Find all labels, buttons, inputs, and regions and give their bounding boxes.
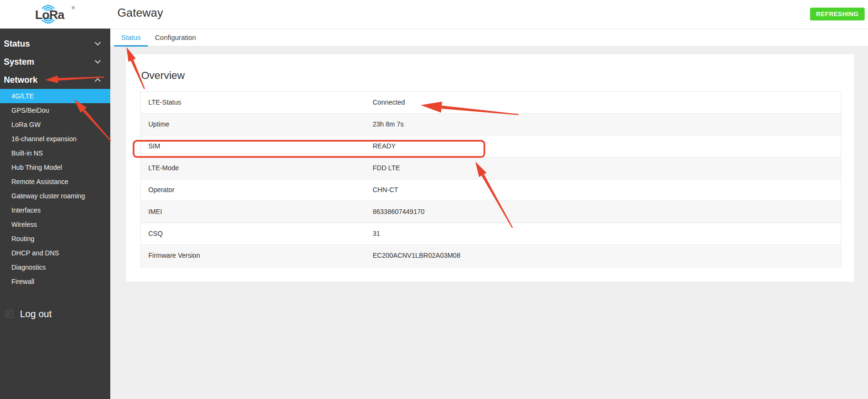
table-row-firmware-version: Firmware VersionEC200ACNV1LBR02A03M08 <box>141 245 841 267</box>
sidebar-section-system[interactable]: System <box>0 53 110 71</box>
sidebar-item-routing[interactable]: Routing <box>0 232 110 246</box>
sidebar-network-items: 4G/LTEGPS/BeiDouLoRa GW16-channel expans… <box>0 89 110 289</box>
tab-status[interactable]: Status <box>114 29 148 47</box>
table-row-csq: CSQ31 <box>141 223 841 245</box>
row-value: CHN-CT <box>373 179 841 201</box>
sidebar-item-16-channel-expansion[interactable]: 16-channel expansion <box>0 132 110 146</box>
table-row-uptime: Uptime23h 8m 7s <box>141 114 841 136</box>
tab-bar: StatusConfiguration <box>110 29 868 47</box>
table-row-lte-status: LTE-StatusConnected <box>141 92 841 114</box>
row-label: IMEI <box>141 201 373 223</box>
sidebar-item-hub-thing-model[interactable]: Hub Thing Model <box>0 160 110 175</box>
row-value: 23h 8m 7s <box>373 114 841 135</box>
chevron-down-icon <box>95 39 101 46</box>
row-label: SIM <box>141 136 373 157</box>
sidebar-item-interfaces[interactable]: Interfaces <box>0 203 110 217</box>
sidebar-section-label: Network <box>4 75 38 85</box>
chevron-up-icon <box>95 78 101 84</box>
table-row-sim: SIMREADY <box>141 136 841 157</box>
row-label: Operator <box>141 179 373 201</box>
sidebar-item-gateway-cluster-roaming[interactable]: Gateway cluster roaming <box>0 189 110 203</box>
sidebar-item-dhcp-and-dns[interactable]: DHCP and DNS <box>0 246 110 260</box>
lora-logo: LoRa ® <box>31 2 77 26</box>
registered-mark: ® <box>71 5 75 10</box>
logout-button[interactable]: Log out <box>4 307 52 321</box>
table-row-lte-mode: LTE-ModeFDD LTE <box>141 157 841 179</box>
logout-label: Log out <box>20 309 52 320</box>
row-label: CSQ <box>141 223 373 244</box>
row-label: LTE-Status <box>141 92 373 113</box>
sidebar-section-label: System <box>4 57 34 67</box>
section-title: Overview <box>141 69 185 82</box>
sidebar-item-lora-gw[interactable]: LoRa GW <box>0 117 110 132</box>
sidebar-item-remote-assistance[interactable]: Remote Assistance <box>0 175 110 189</box>
sidebar-item-gps-beidou[interactable]: GPS/BeiDou <box>0 103 110 117</box>
row-label: LTE-Mode <box>141 157 373 179</box>
row-label: Uptime <box>141 114 373 135</box>
sidebar-item-diagnostics[interactable]: Diagnostics <box>0 260 110 274</box>
sidebar-item-4g-lte[interactable]: 4G/LTE <box>0 89 110 103</box>
sidebar-item-built-in-ns[interactable]: Built-in NS <box>0 146 110 160</box>
refreshing-button[interactable]: REFRESHING <box>810 8 865 20</box>
sidebar-sections: StatusSystemNetwork <box>0 29 110 89</box>
row-value: Connected <box>373 92 841 113</box>
row-value: 31 <box>373 223 841 244</box>
row-value: FDD LTE <box>373 157 841 179</box>
sidebar-item-firewall[interactable]: Firewall <box>0 274 110 289</box>
row-value: 86338607449170 <box>373 201 841 223</box>
app-header: LoRa ® Gateway REFRESHING <box>0 0 868 29</box>
sidebar-item-wireless[interactable]: Wireless <box>0 217 110 232</box>
row-value: READY <box>373 136 841 157</box>
row-label: Firmware Version <box>141 245 373 267</box>
table-row-imei: IMEI86338607449170 <box>141 201 841 223</box>
sidebar-section-network[interactable]: Network <box>0 71 110 89</box>
row-value: EC200ACNV1LBR02A03M08 <box>373 245 841 267</box>
logo-text: LoRa <box>35 8 65 21</box>
page-title: Gateway <box>117 6 163 19</box>
sidebar-section-label: Status <box>4 39 30 49</box>
overview-card: Overview LTE-StatusConnectedUptime23h 8m… <box>126 54 854 282</box>
status-table: LTE-StatusConnectedUptime23h 8m 7sSIMREA… <box>140 91 841 267</box>
logout-icon <box>4 309 14 319</box>
table-row-operator: OperatorCHN-CT <box>141 179 841 201</box>
tab-configuration[interactable]: Configuration <box>148 29 203 47</box>
sidebar: StatusSystemNetwork 4G/LTEGPS/BeiDouLoRa… <box>0 29 110 399</box>
sidebar-section-status[interactable]: Status <box>0 35 110 53</box>
chevron-down-icon <box>95 58 101 64</box>
